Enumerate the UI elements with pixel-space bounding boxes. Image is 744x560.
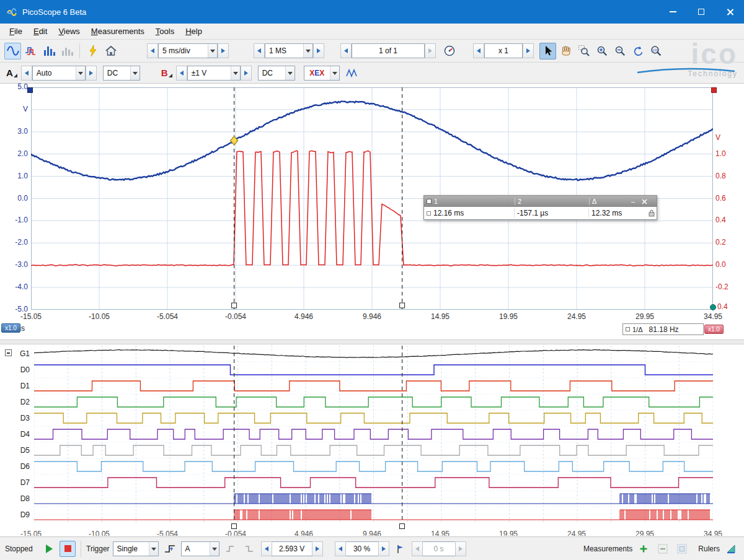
digital-channel-label-d0[interactable]: D0	[7, 362, 30, 378]
falling-edge-option-button[interactable]	[242, 541, 258, 557]
timebase-select[interactable]: 5 ms/div	[158, 43, 218, 58]
home-button[interactable]	[102, 43, 119, 59]
buffer-indicator[interactable]: 1 of 1	[352, 43, 425, 58]
time-ruler-handle-2[interactable]	[399, 523, 405, 529]
samples-select[interactable]: 1 MS	[265, 43, 313, 58]
menu-item-help[interactable]: Help	[180, 25, 208, 38]
alternate-view-button[interactable]	[58, 43, 75, 59]
channel-a-range-select[interactable]: Auto	[32, 66, 86, 81]
persistence-mode-button[interactable]	[22, 43, 39, 59]
digital-channel-label-d3[interactable]: D3	[7, 410, 30, 426]
digital-channel-label-d7[interactable]: D7	[7, 475, 30, 491]
pretrigger-decrease-button[interactable]	[335, 541, 346, 556]
pretrigger-increase-button[interactable]	[378, 541, 389, 556]
channel-a-range-decrease-button[interactable]	[21, 66, 32, 81]
right-axis-zoom-badge[interactable]: x1.0	[704, 325, 724, 334]
chevron-down-icon	[285, 66, 294, 80]
samples-decrease-button[interactable]	[254, 43, 265, 58]
stop-button[interactable]	[60, 541, 76, 557]
digital-plot[interactable]	[34, 346, 713, 523]
holdoff-value[interactable]: 0 s	[423, 541, 455, 556]
spectrum-mode-button[interactable]	[40, 43, 57, 59]
zoom-in-button[interactable]	[593, 43, 610, 59]
zoom-out-button[interactable]	[611, 43, 628, 59]
digital-channel-label-d8[interactable]: D8	[7, 491, 30, 507]
rising-edge-option-button[interactable]	[223, 541, 239, 557]
trigger-edge-button[interactable]	[162, 541, 178, 557]
trigger-level-decrease-button[interactable]	[261, 541, 272, 556]
digital-channel-label-g1[interactable]: G1	[7, 346, 30, 362]
timebase-decrease-button[interactable]	[147, 43, 158, 58]
menu-item-file[interactable]: File	[4, 25, 28, 38]
lock-icon[interactable]	[649, 209, 655, 217]
add-measurement-button[interactable]	[636, 541, 652, 557]
holdoff-increase-button[interactable]	[455, 541, 466, 556]
timebase-increase-button[interactable]	[218, 43, 229, 58]
menu-item-views[interactable]: Views	[53, 25, 85, 38]
channel-a-coupling-select[interactable]: DC	[103, 66, 140, 81]
view-splitter[interactable]	[0, 339, 744, 344]
channel-a-range-increase-button[interactable]	[86, 66, 97, 81]
minimize-button[interactable]	[658, 0, 687, 24]
edit-measurement-button[interactable]	[655, 541, 671, 557]
channel-b-range-decrease-button[interactable]	[176, 66, 187, 81]
channel-b-range-select[interactable]: ±1 V	[187, 66, 241, 81]
zoom-decrease-button[interactable]	[473, 43, 484, 58]
digital-channel-label-d1[interactable]: D1	[7, 378, 30, 394]
timebase-value: 5 ms/div	[159, 46, 208, 55]
select-tool-button[interactable]	[539, 43, 556, 59]
left-axis-zoom-badge[interactable]: x1.0	[1, 323, 20, 333]
channel-b-range-increase-button[interactable]	[241, 66, 252, 81]
time-ruler-handle-1[interactable]	[231, 523, 237, 529]
ruler-triangle-icon	[725, 543, 737, 554]
digital-channel-label-d4[interactable]: D4	[7, 426, 30, 442]
samples-increase-button[interactable]	[313, 43, 324, 58]
undo-zoom-button[interactable]	[629, 43, 646, 59]
buffer-previous-button[interactable]	[340, 43, 352, 58]
masks-button[interactable]	[343, 64, 360, 81]
ruler-box-minimize-button[interactable]: –	[627, 198, 639, 205]
zoom-full-button[interactable]: 100	[647, 43, 664, 59]
channel-a-axis-marker[interactable]	[27, 87, 33, 93]
channel-b-axis-marker[interactable]	[711, 87, 717, 93]
buffer-next-button[interactable]	[425, 43, 436, 58]
pretrigger-value[interactable]: 30 %	[346, 541, 378, 556]
digital-channel-label-d2[interactable]: D2	[7, 394, 30, 410]
scope-mode-button[interactable]	[4, 43, 21, 59]
delete-measurement-button[interactable]	[674, 541, 690, 557]
buffer-overview-button[interactable]	[441, 43, 458, 59]
trigger-level-value[interactable]: 2.593 V	[272, 541, 312, 556]
trigger-level-increase-button[interactable]	[312, 541, 323, 556]
alarms-button[interactable]	[84, 43, 101, 59]
holdoff-control: 0 s	[412, 541, 466, 556]
channel-b-coupling-select[interactable]: DC	[258, 66, 295, 81]
channel-b-button[interactable]: B	[161, 68, 172, 78]
zoom-indicator[interactable]: x 1	[484, 43, 523, 58]
scope-view[interactable]: 0.4 ms x1.0 x1.0 1/Δ 81.18 Hz 1 2 Δ – 12	[0, 84, 744, 339]
menu-item-edit[interactable]: Edit	[28, 25, 53, 38]
marquee-zoom-button[interactable]	[575, 43, 592, 59]
ruler-measurement-box[interactable]: 1 2 Δ – 12.16 ms -157.1 µs 12.32 ms	[423, 195, 657, 220]
digital-channel-label-d6[interactable]: D6	[7, 458, 30, 475]
close-button[interactable]	[715, 0, 744, 24]
x-axis-tick: 9.946	[363, 312, 381, 321]
digital-channel-label-d9[interactable]: D9	[7, 507, 30, 523]
pan-tool-button[interactable]	[557, 43, 574, 59]
ruler-box-close-button[interactable]	[639, 199, 650, 204]
trigger-source-select[interactable]: A	[181, 541, 219, 556]
math-channels-button[interactable]: XEX	[304, 66, 340, 81]
zoom-increase-button[interactable]	[523, 43, 534, 58]
holdoff-decrease-button[interactable]	[412, 541, 423, 556]
digital-axis-marker[interactable]	[710, 304, 716, 310]
digital-channel-label-d5[interactable]: D5	[7, 442, 30, 458]
trigger-marker-button[interactable]	[392, 541, 409, 557]
trigger-mode-select[interactable]: Single	[113, 541, 159, 556]
menu-item-measurements[interactable]: Measurements	[86, 25, 150, 38]
x-axis-tick: -10.05	[89, 312, 110, 321]
start-button[interactable]	[40, 541, 56, 557]
rulers-button[interactable]	[723, 541, 739, 557]
menu-item-tools[interactable]: Tools	[150, 25, 180, 38]
maximize-button[interactable]	[687, 0, 715, 24]
digital-view[interactable]: -15.05-10.05-5.054-0.0544.9469.94614.951…	[0, 344, 744, 536]
channel-a-button[interactable]: A	[6, 68, 17, 78]
